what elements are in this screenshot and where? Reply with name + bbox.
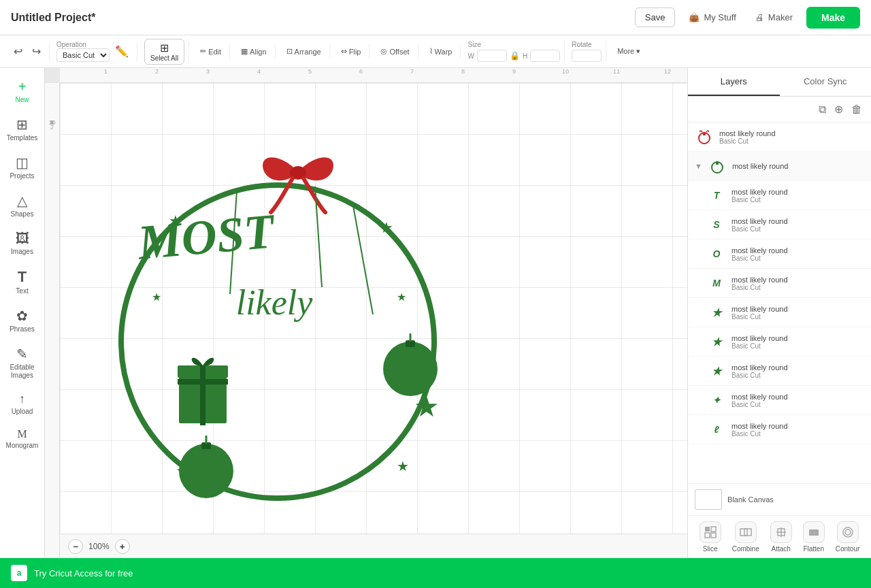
rotate-input[interactable] — [572, 50, 602, 62]
select-all-button[interactable]: ⊞ Select All — [144, 39, 184, 65]
flatten-tool[interactable]: Flatten — [803, 521, 825, 553]
offset-icon: ◎ — [380, 47, 387, 56]
svg-text:★: ★ — [152, 291, 161, 303]
sidebar-item-monogram[interactable]: M Monogram — [3, 423, 42, 455]
delete-layer-button[interactable]: 🗑 — [849, 101, 864, 118]
left-sidebar: + New ⊞ Templates ◫ Projects △ Shapes 🖼 … — [0, 68, 45, 558]
layer-group-parent[interactable]: ▼ most likely round — [688, 152, 871, 181]
arrange-group: ⊡ Arrange — [278, 44, 330, 59]
layer-T[interactable]: T most likely round Basic Cut — [688, 181, 871, 210]
operation-select[interactable]: Basic Cut — [56, 48, 110, 62]
lock-icon[interactable]: 🔒 — [510, 51, 520, 61]
ruler-mark-v-10: 10 — [48, 119, 55, 126]
select-all-icon: ⊞ — [160, 42, 169, 54]
zoom-in-button[interactable]: + — [115, 539, 130, 554]
canvas-area[interactable]: 1 2 3 4 5 6 7 8 9 10 11 12 13 2 3 4 5 6 … — [45, 68, 687, 558]
sidebar-item-editable-images[interactable]: ✎ Editable Images — [3, 340, 42, 385]
layer-thumb-orn2: ℓ — [707, 420, 726, 439]
layer-orn1[interactable]: ✦ most likely round Basic Cut — [688, 386, 871, 415]
edit-button[interactable]: ✏ Edit — [196, 44, 225, 59]
svg-rect-32 — [711, 533, 716, 538]
plus-icon: + — [18, 79, 27, 95]
ruler-mark-10: 10 — [562, 68, 569, 75]
layer-O[interactable]: O most likely round Basic Cut — [688, 240, 871, 269]
ruler-mark-9: 9 — [512, 68, 516, 75]
warp-button[interactable]: ⌇ Warp — [425, 44, 457, 59]
upload-icon: ↑ — [19, 392, 25, 406]
canvas-grid[interactable]: MOST likely ★ ★ ★ ★ ★ ★ ★ ★ — [60, 83, 687, 534]
layer-top-group[interactable]: most likely round Basic Cut — [688, 122, 871, 152]
phrases-icon: ✿ — [16, 308, 28, 324]
layer-star2[interactable]: ★ most likely round Basic Cut — [688, 327, 871, 357]
templates-icon: ⊞ — [16, 116, 28, 133]
rotate-label: Rotate — [572, 41, 602, 48]
sidebar-item-new[interactable]: + New — [3, 74, 42, 110]
offset-button[interactable]: ◎ Offset — [376, 44, 413, 59]
my-stuff-button[interactable]: 👜 My Stuff — [683, 10, 741, 25]
layer-M[interactable]: M most likely round Basic Cut — [688, 269, 871, 298]
layer-info-orn2: most likely round Basic Cut — [732, 422, 864, 438]
sidebar-item-phrases[interactable]: ✿ Phrases — [3, 302, 42, 339]
layer-thumb-O: O — [707, 244, 726, 263]
tab-layers[interactable]: Layers — [688, 68, 780, 96]
layer-orn2[interactable]: ℓ most likely round Basic Cut — [688, 415, 871, 444]
sidebar-item-templates[interactable]: ⊞ Templates — [3, 111, 42, 148]
sidebar-item-text[interactable]: T Text — [3, 263, 42, 301]
tab-color-sync[interactable]: Color Sync — [780, 68, 872, 96]
sidebar-item-shapes[interactable]: △ Shapes — [3, 187, 42, 224]
edit-icon-button[interactable]: ✏️ — [111, 42, 133, 61]
more-button[interactable]: More ▾ — [613, 44, 644, 59]
duplicate-layer-button[interactable]: ⧉ — [817, 101, 828, 118]
make-button[interactable]: Make — [806, 7, 860, 29]
maker-button[interactable]: 🖨 Maker — [750, 10, 798, 25]
svg-text:MOST: MOST — [135, 203, 278, 270]
layer-info-T: most likely round Basic Cut — [732, 188, 864, 203]
svg-point-16 — [179, 444, 233, 498]
ruler-mark-12: 12 — [664, 68, 671, 75]
canvas-content[interactable]: MOST likely ★ ★ ★ ★ ★ ★ ★ ★ — [101, 90, 455, 525]
layer-info-star2: most likely round Basic Cut — [732, 334, 864, 350]
blank-canvas-row[interactable]: Blank Canvas — [688, 483, 871, 515]
ruler-mark-7: 7 — [410, 68, 414, 75]
sidebar-item-projects[interactable]: ◫ Projects — [3, 149, 42, 186]
layer-thumb-M: M — [707, 274, 726, 293]
sidebar-item-images[interactable]: 🖼 Images — [3, 225, 42, 261]
combine-icon — [735, 521, 757, 543]
svg-rect-34 — [744, 529, 751, 536]
attach-tool[interactable]: Attach — [770, 521, 792, 553]
slice-tool[interactable]: Slice — [700, 521, 721, 553]
sidebar-item-upload[interactable]: ↑ Upload — [3, 387, 42, 421]
arrange-icon: ⊡ — [286, 47, 293, 56]
svg-rect-30 — [705, 533, 710, 538]
arrange-button[interactable]: ⊡ Arrange — [282, 44, 325, 59]
contour-tool[interactable]: Contour — [836, 521, 860, 553]
layer-thumb-star3: ★ — [707, 361, 726, 380]
undo-button[interactable]: ↩ — [10, 42, 27, 61]
copy-layer-button[interactable]: ⊕ — [832, 101, 845, 118]
layer-thumb-star2: ★ — [707, 332, 726, 351]
layer-thumb-star1: ★ — [707, 303, 726, 322]
blank-canvas-thumb — [695, 489, 722, 510]
cricut-banner[interactable]: a Try Cricut Access for free — [0, 558, 871, 588]
layer-star3[interactable]: ★ most likely round Basic Cut — [688, 357, 871, 386]
width-input[interactable] — [477, 50, 507, 62]
layers-list[interactable]: most likely round Basic Cut ▼ most likel… — [688, 122, 871, 483]
zoom-out-button[interactable]: − — [68, 539, 83, 554]
ruler-top: 1 2 3 4 5 6 7 8 9 10 11 12 13 — [60, 68, 687, 83]
height-input[interactable] — [530, 50, 560, 62]
redo-button[interactable]: ↪ — [28, 42, 45, 61]
ruler-mark-5: 5 — [308, 68, 312, 75]
layer-thumb-orn1: ✦ — [707, 391, 726, 410]
select-all-group: ⊞ Select All — [140, 39, 189, 65]
flip-button[interactable]: ⇔ Flip — [337, 44, 365, 59]
layer-star1[interactable]: ★ most likely round Basic Cut — [688, 298, 871, 327]
projects-icon: ◫ — [16, 154, 29, 171]
redo-icon: ↪ — [32, 45, 41, 58]
layer-thumb-S: S — [707, 215, 726, 234]
save-button[interactable]: Save — [635, 7, 676, 27]
align-button[interactable]: ▦ Align — [237, 44, 270, 59]
combine-tool[interactable]: Combine — [732, 521, 759, 553]
svg-text:★: ★ — [414, 391, 440, 423]
chevron-down-icon[interactable]: ▼ — [695, 162, 702, 170]
layer-S[interactable]: S most likely round Basic Cut — [688, 210, 871, 240]
